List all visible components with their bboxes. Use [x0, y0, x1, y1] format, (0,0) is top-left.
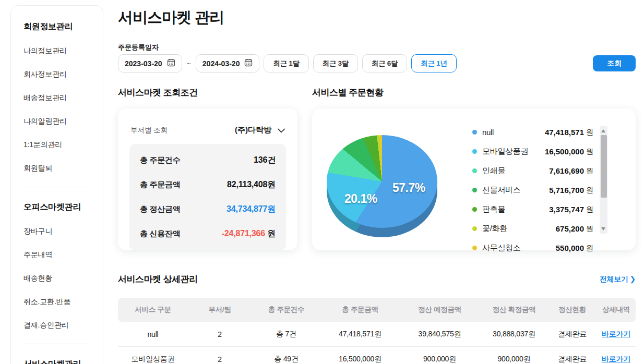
sidebar-item-cancel-exchange[interactable]: 취소.교환.반품	[23, 297, 90, 307]
legend-value: 550,000	[556, 244, 584, 252]
sidebar-item-my-alerts[interactable]: 나의알림관리	[23, 117, 90, 126]
orders-by-service-card: 57.7% 20.1% null 47,418,571 원 모바일상품권 16,…	[312, 108, 636, 250]
cell-order-amount: 47,418,571원	[321, 330, 399, 339]
legend-dot	[472, 207, 477, 212]
sidebar-divider	[23, 344, 90, 344]
cell-settle-plan: 900,000원	[399, 355, 480, 364]
summary-stats-box: 총 주문건수 136건 총 주문금액 82,113,408원 총 정산금액 34…	[129, 144, 286, 250]
col-settle-status: 정산현황	[548, 305, 597, 314]
cell-order-count: 총 7건	[252, 330, 321, 339]
dept-select-label: 부서별 조회	[130, 126, 168, 135]
sidebar-section-office-market: 오피스마켓관리	[23, 202, 90, 213]
legend-unit: 원	[586, 205, 593, 214]
view-all-label: 전체보기	[600, 275, 628, 283]
legend-item: 꽃/화환 675,200 원	[472, 219, 593, 238]
cell-settle-status: 결제완료	[548, 355, 597, 364]
page-title: 서비스마켓 관리	[118, 7, 224, 28]
table-row: null 2 총 7건 47,418,571원 39,840,575원 30,8…	[118, 322, 636, 347]
view-all-link[interactable]: 전체보기❯	[600, 275, 636, 284]
chevron-down-icon	[278, 126, 285, 135]
date-from-input[interactable]: 2023-03-20	[118, 54, 182, 72]
legend-item: 선물서비스 5,716,700 원	[472, 180, 593, 200]
legend-item: 판촉물 3,375,747 원	[472, 200, 593, 219]
sidebar-divider	[23, 187, 90, 187]
cell-settle-fixed: 30,888,037원	[480, 330, 548, 339]
legend-item: 모바일상품권 16,500,000 원	[472, 142, 593, 161]
sidebar-item-order-history[interactable]: 주문내역	[23, 250, 90, 260]
date-to-input[interactable]: 2024-03-20	[196, 54, 260, 72]
legend-item: 인쇄물 7,616,690 원	[472, 161, 593, 180]
stat-row-order-count: 총 주문건수 136건	[140, 148, 276, 173]
sidebar-item-payment-approval[interactable]: 결재.승인관리	[23, 321, 90, 330]
sidebar-item-my-info[interactable]: 나의정보관리	[23, 46, 90, 56]
query-condition-card: 부서별 조회 (주)다락방 총 주문건수 136건 총 주문금액 82,113,…	[118, 108, 297, 250]
cell-dept: 2	[188, 330, 252, 338]
legend-unit: 원	[586, 128, 593, 137]
filter-row: 2023-03-20 ~ 2024-03-20	[118, 54, 636, 72]
stat-value: 82,113,408원	[227, 179, 276, 190]
quick-filter-1year[interactable]: 최근 1년	[411, 54, 456, 72]
legend-label: 꽃/화환	[482, 224, 507, 234]
detail-section: 서비스마켓 상세관리 전체보기❯ 서비스 구분 부서/팀 총 주문건수 총 주문…	[118, 273, 636, 364]
cell-settle-plan: 39,840,575원	[399, 330, 480, 339]
legend-value: 47,418,571	[545, 128, 584, 137]
page: 회원정보관리 나의정보관리 회사정보관리 배송정보관리 나의알림관리 1:1문의…	[0, 0, 644, 364]
cell-service: 모바일상품권	[118, 355, 188, 364]
legend-unit: 원	[586, 186, 593, 195]
quick-filter-1month[interactable]: 최근 1달	[264, 54, 308, 72]
col-order-amount: 총 주문금액	[321, 305, 399, 314]
go-link[interactable]: 바로가기	[602, 330, 630, 338]
sidebar-item-cart[interactable]: 장바구니	[23, 227, 90, 236]
sidebar-item-delivery-status[interactable]: 배송현황	[23, 274, 90, 283]
legend-value: 5,716,700	[549, 186, 584, 195]
quick-filter-6month[interactable]: 최근 6달	[362, 54, 407, 72]
stat-value: 34,734,877원	[226, 204, 276, 215]
legend-label: 모바일상품권	[482, 147, 528, 156]
legend-scrollbar[interactable]	[600, 126, 607, 234]
cell-settle-fixed: 900,000원	[480, 355, 548, 364]
col-settle-fixed: 정산 확정금액	[480, 305, 548, 314]
legend-unit: 원	[586, 147, 593, 156]
chart-legend: null 47,418,571 원 모바일상품권 16,500,000 원 인쇄…	[472, 123, 593, 258]
sidebar-item-withdraw[interactable]: 회원탈퇴	[23, 164, 90, 173]
legend-dot	[472, 226, 477, 231]
stat-row-order-amount: 총 주문금액 82,113,408원	[140, 173, 276, 197]
calendar-icon	[167, 58, 175, 68]
search-button[interactable]: 조회	[593, 55, 636, 71]
legend-label: 사무실청소	[482, 243, 521, 253]
stat-row-settlement-amount: 총 정산금액 34,734,877원	[140, 197, 276, 222]
sidebar-item-shipping-info[interactable]: 배송정보관리	[23, 93, 90, 103]
table-header-row: 서비스 구분 부서/팀 총 주문건수 총 주문금액 정산 예정금액 정산 확정금…	[118, 298, 636, 322]
legend-value: 7,616,690	[549, 166, 584, 175]
stat-label: 총 신용잔액	[140, 229, 180, 239]
table-row: 모바일상품권 2 총 49건 16,500,000원 900,000원 900,…	[118, 347, 636, 364]
legend-dot	[472, 246, 477, 250]
pie-chart-wrap: 57.7% 20.1%	[325, 126, 439, 238]
quick-filter-3month[interactable]: 최근 3달	[313, 54, 358, 72]
legend-dot	[472, 149, 477, 154]
dept-select-dropdown[interactable]: (주)다락방	[235, 125, 285, 135]
sidebar-item-company-info[interactable]: 회사정보관리	[23, 70, 90, 79]
pie-percent-main: 57.7%	[392, 181, 425, 195]
legend-dot	[472, 168, 477, 173]
stat-value: -24,871,366 원	[222, 228, 276, 239]
sidebar-item-inquiry[interactable]: 1:1문의관리	[23, 140, 90, 150]
cell-service: null	[118, 330, 188, 338]
stat-value: 136건	[254, 155, 276, 166]
chevron-right-icon: ❯	[630, 275, 636, 283]
col-dept: 부서/팀	[188, 305, 252, 314]
go-link[interactable]: 바로가기	[602, 355, 630, 363]
cell-order-amount: 16,500,000원	[321, 355, 399, 364]
legend-item: 사무실청소 550,000 원	[472, 238, 593, 258]
date-from-value: 2023-03-20	[125, 59, 162, 68]
pie-percent-second: 20.1%	[344, 192, 377, 206]
stat-label: 총 정산금액	[140, 204, 180, 214]
scroll-up-icon[interactable]	[601, 129, 605, 132]
legend-label: 선물서비스	[482, 185, 521, 195]
col-order-count: 총 주문건수	[252, 305, 321, 314]
legend-value: 3,375,747	[549, 205, 584, 214]
cell-dept: 2	[188, 355, 252, 363]
legend-dot	[472, 188, 477, 192]
scroll-down-icon[interactable]	[601, 227, 605, 230]
scrollbar-thumb[interactable]	[601, 135, 607, 198]
